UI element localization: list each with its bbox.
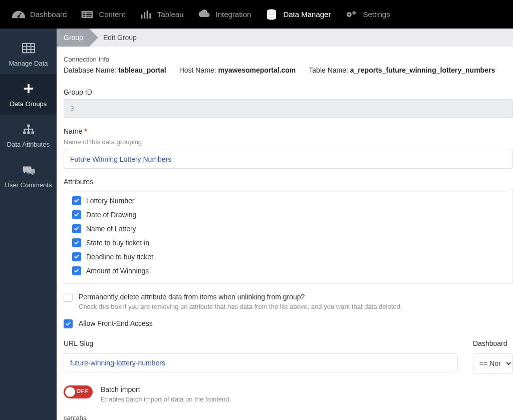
attribute-row: Lottery Number [72, 196, 504, 205]
attributes-label: Attributes [64, 178, 513, 186]
nav-label: Settings [363, 10, 390, 19]
attribute-label: State to buy ticket in [86, 239, 149, 247]
nav-content[interactable]: Content [74, 0, 132, 29]
bottom-partial-text: cantaha [64, 414, 513, 420]
svg-rect-3 [83, 12, 85, 13]
attribute-row: Deadline to buy ticket [72, 252, 504, 261]
sidebar-item-label: Manage Data [9, 60, 48, 68]
attribute-label: Lottery Number [86, 197, 134, 205]
perm-delete-checkbox[interactable] [64, 293, 73, 302]
nav-label: Tableau [157, 10, 184, 19]
comments-icon [22, 165, 35, 178]
table-name-label: Table Name: [309, 66, 348, 74]
url-slug-input[interactable] [64, 353, 458, 372]
name-hint: Name of this data grouping [64, 138, 513, 146]
attribute-checkbox[interactable] [72, 224, 81, 233]
sidebar-item-label: Data Groups [10, 100, 47, 108]
svg-rect-8 [86, 16, 92, 17]
nav-dashboard[interactable]: Dashboard [5, 0, 74, 29]
svg-rect-4 [83, 14, 85, 15]
attribute-row: State to buy ticket in [72, 238, 504, 247]
breadcrumb-group[interactable]: Group [57, 29, 89, 47]
svg-rect-26 [23, 132, 26, 134]
database-icon [265, 8, 278, 21]
list-icon [81, 8, 94, 21]
svg-rect-25 [27, 125, 30, 127]
svg-rect-18 [22, 44, 34, 53]
batch-import-toggle[interactable]: OFF [64, 385, 93, 398]
attribute-checkbox[interactable] [72, 266, 81, 275]
sidebar-item-label: Data Attributes [7, 141, 50, 149]
db-name-value: tableau_portal [118, 66, 166, 74]
svg-point-15 [349, 14, 350, 15]
group-id-label: Group ID [64, 88, 513, 96]
nav-label: Dashboard [30, 10, 67, 19]
content-area: Group Edit Group Connection Info Databas… [57, 29, 513, 420]
sidebar-item-label: User Comments [5, 181, 52, 189]
attribute-label: Deadline to buy ticket [86, 253, 153, 261]
attribute-checkbox[interactable] [72, 238, 81, 247]
nav-tableau[interactable]: Tableau [132, 0, 191, 29]
svg-rect-11 [147, 10, 148, 18]
top-nav: DashboardContentTableauIntegrationData M… [0, 0, 513, 29]
svg-rect-6 [86, 12, 92, 13]
gears-icon [345, 8, 358, 21]
attribute-checkbox[interactable] [72, 196, 81, 205]
nav-data-manager[interactable]: Data Manager [258, 0, 338, 29]
sitemap-icon [22, 124, 35, 137]
name-input[interactable] [64, 150, 513, 169]
batch-import-toggle-text: OFF [77, 388, 89, 394]
batch-import-sub: Enables batch import of data on the fron… [101, 395, 231, 403]
svg-point-17 [354, 12, 355, 13]
attribute-label: Date of Drawing [86, 211, 136, 219]
perm-delete-title: Permanently delete attribute data from i… [79, 293, 402, 301]
nav-label: Integration [215, 10, 251, 19]
sidebar-item-data-groups[interactable]: Data Groups [0, 74, 57, 115]
nav-label: Data Manager [283, 10, 331, 19]
table-icon [22, 43, 35, 56]
required-mark: * [84, 127, 87, 135]
host-name-value: myawesomeportal.com [218, 66, 296, 74]
svg-rect-12 [149, 13, 151, 19]
attribute-checkbox[interactable] [72, 252, 81, 261]
sidebar-item-user-comments[interactable]: User Comments [0, 156, 57, 196]
batch-import-title: Batch import [101, 385, 231, 393]
svg-rect-28 [31, 132, 34, 134]
attribute-row: Amount of Winnings [72, 266, 504, 275]
dashboard-label: Dashboard [473, 339, 513, 347]
dashboard-select[interactable]: == None [473, 353, 513, 373]
nav-integration[interactable]: Integration [190, 0, 258, 29]
nav-label: Content [99, 10, 125, 19]
front-access-checkbox[interactable] [64, 319, 73, 328]
svg-rect-9 [141, 15, 142, 19]
svg-rect-24 [24, 88, 33, 90]
attribute-checkbox[interactable] [72, 210, 81, 219]
svg-point-13 [267, 9, 276, 13]
sidebar-item-manage-data[interactable]: Manage Data [0, 34, 57, 74]
nav-settings[interactable]: Settings [338, 0, 397, 29]
table-name: Table Name: a_reports_future_winning_lot… [309, 66, 495, 74]
sidebar: Manage DataData GroupsData AttributesUse… [0, 29, 57, 420]
attributes-panel: Lottery Number Date of Drawing Name of L… [64, 189, 513, 284]
perm-delete-sub: Check this box if you are removing an at… [79, 303, 402, 310]
name-label: Name * [64, 127, 513, 135]
attribute-row: Date of Drawing [72, 210, 504, 219]
table-name-value: a_reports_future_winning_lottery_numbers [350, 66, 495, 74]
perm-delete-row: Permanently delete attribute data from i… [64, 293, 513, 310]
db-name: Database Name: tableau_portal [64, 66, 166, 74]
breadcrumb: Group Edit Group [57, 29, 513, 47]
plus-icon [22, 83, 35, 96]
attribute-row: Name of Lottery [72, 224, 504, 233]
connection-info-heading: Connection Info [64, 56, 513, 63]
host-name: Host Name: myawesomeportal.com [179, 66, 296, 74]
attribute-label: Name of Lottery [86, 225, 136, 233]
host-name-label: Host Name: [179, 66, 216, 74]
gauge-icon [12, 8, 25, 21]
front-access-label: Allow Front-End Access [79, 319, 153, 327]
attribute-label: Amount of Winnings [86, 267, 149, 275]
cloud-icon [197, 8, 210, 21]
svg-rect-5 [83, 16, 85, 17]
svg-rect-10 [144, 12, 145, 19]
url-slug-label: URL Slug [64, 339, 458, 347]
sidebar-item-data-attributes[interactable]: Data Attributes [0, 115, 57, 155]
